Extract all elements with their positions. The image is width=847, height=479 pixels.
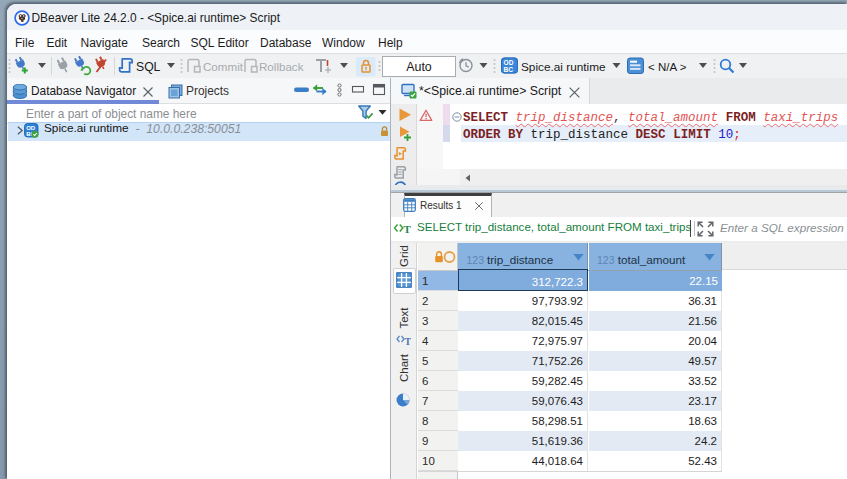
svg-text:SQL: SQL: [136, 60, 161, 74]
svg-text:< N/A >: < N/A >: [648, 61, 687, 73]
svg-text:Rollback: Rollback: [259, 60, 304, 73]
svg-text:Commit: Commit: [203, 60, 244, 73]
svg-text:Spice.ai runtime: Spice.ai runtime: [521, 60, 606, 74]
svg-text:Auto: Auto: [406, 60, 432, 74]
svg-text:OD: OD: [26, 124, 36, 130]
svg-text:BC: BC: [504, 66, 514, 73]
